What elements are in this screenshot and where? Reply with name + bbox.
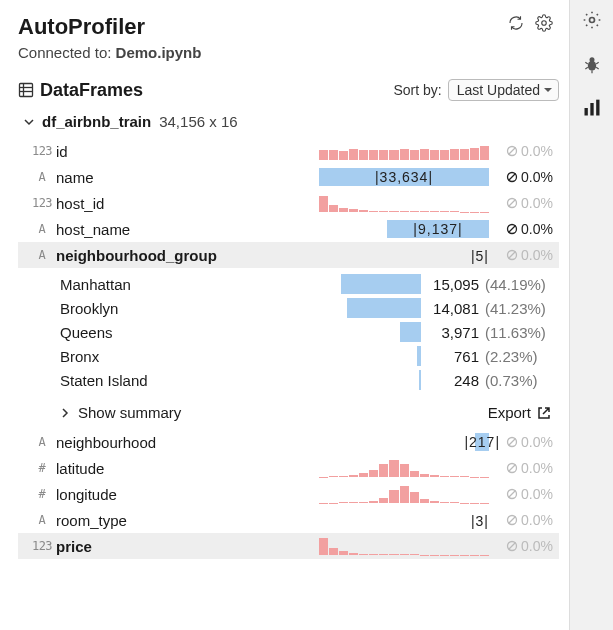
- null-pct: 0.0%: [489, 221, 559, 237]
- value-count: 15,095: [425, 276, 485, 293]
- value-label: Manhattan: [60, 276, 341, 293]
- value-pct: (11.63%): [485, 324, 559, 341]
- app-title: AutoProfiler: [18, 14, 145, 40]
- value-pct: (41.23%): [485, 300, 559, 317]
- column-type: #: [28, 487, 56, 501]
- value-row[interactable]: Manhattan 15,095 (44.19%): [60, 272, 559, 296]
- chevron-right-icon: [60, 408, 70, 418]
- svg-line-12: [509, 226, 516, 233]
- column-row[interactable]: 123 id 0.0%: [18, 138, 559, 164]
- svg-point-0: [542, 21, 547, 26]
- svg-rect-28: [584, 108, 587, 116]
- svg-line-8: [509, 174, 516, 181]
- value-label: Bronx: [60, 348, 341, 365]
- chevron-down-icon: [24, 117, 34, 127]
- column-name: id: [56, 143, 319, 160]
- null-pct: 0.0%: [489, 143, 559, 159]
- column-name: host_id: [56, 195, 319, 212]
- column-type: A: [28, 248, 56, 262]
- svg-line-24: [509, 543, 516, 550]
- svg-point-27: [589, 57, 594, 62]
- column-type: 123: [28, 196, 56, 210]
- column-name: longitude: [56, 486, 319, 503]
- column-name: neighbourhood: [56, 434, 319, 451]
- column-type: 123: [28, 144, 56, 158]
- svg-line-16: [509, 439, 516, 446]
- dataframe-shape: 34,156 x 16: [159, 113, 237, 130]
- svg-line-20: [509, 491, 516, 498]
- value-bar: [347, 298, 421, 318]
- value-bar: [419, 370, 421, 390]
- column-name: room_type: [56, 512, 319, 529]
- svg-line-6: [509, 148, 516, 155]
- gear-icon[interactable]: [535, 14, 553, 32]
- value-row[interactable]: Bronx 761 (2.23%): [60, 344, 559, 368]
- column-row[interactable]: A room_type |3| 0.0%: [18, 507, 559, 533]
- right-sidebar: [569, 0, 613, 630]
- show-summary-button[interactable]: Show summary: [60, 404, 181, 421]
- column-type: A: [28, 222, 56, 236]
- external-link-icon: [537, 406, 551, 420]
- value-bar: [400, 322, 421, 342]
- value-label: Staten Island: [60, 372, 341, 389]
- column-row[interactable]: A neighbourhood |217| 0.0%: [18, 429, 559, 455]
- bug-tab-icon[interactable]: [582, 54, 602, 74]
- value-count: 3,971: [425, 324, 485, 341]
- svg-line-10: [509, 200, 516, 207]
- chart-tab-icon[interactable]: [582, 98, 602, 118]
- svg-rect-30: [596, 100, 599, 116]
- value-row[interactable]: Queens 3,971 (11.63%): [60, 320, 559, 344]
- value-count: 761: [425, 348, 485, 365]
- column-type: 123: [28, 539, 56, 553]
- null-pct: 0.0%: [489, 486, 559, 502]
- null-pct: 0.0%: [489, 460, 559, 476]
- column-row[interactable]: 123 price 0.0%: [18, 533, 559, 559]
- null-pct: 0.0%: [489, 169, 559, 185]
- svg-rect-29: [590, 103, 593, 116]
- value-row[interactable]: Brooklyn 14,081 (41.23%): [60, 296, 559, 320]
- column-name: name: [56, 169, 319, 186]
- value-bar: [341, 274, 421, 294]
- null-pct: 0.0%: [489, 538, 559, 554]
- svg-line-14: [509, 252, 516, 259]
- refresh-icon[interactable]: [507, 14, 525, 32]
- null-pct: 0.0%: [489, 247, 559, 263]
- svg-point-25: [589, 18, 594, 23]
- column-name: latitude: [56, 460, 319, 477]
- column-type: A: [28, 435, 56, 449]
- column-type: #: [28, 461, 56, 475]
- column-name: neighbourhood_group: [56, 247, 319, 264]
- column-row[interactable]: # longitude 0.0%: [18, 481, 559, 507]
- column-row[interactable]: A neighbourhood_group |5| 0.0%: [18, 242, 559, 268]
- svg-line-22: [509, 517, 516, 524]
- null-pct: 0.0%: [489, 195, 559, 211]
- dataframe-row[interactable]: df_airbnb_train 34,156 x 16: [18, 111, 559, 138]
- column-row[interactable]: # latitude 0.0%: [18, 455, 559, 481]
- column-row[interactable]: 123 host_id 0.0%: [18, 190, 559, 216]
- column-row[interactable]: A host_name |9,137| 0.0%: [18, 216, 559, 242]
- value-pct: (44.19%): [485, 276, 559, 293]
- column-row[interactable]: A name |33,634| 0.0%: [18, 164, 559, 190]
- value-label: Queens: [60, 324, 341, 341]
- svg-rect-1: [20, 84, 33, 97]
- value-count: 248: [425, 372, 485, 389]
- value-pct: (0.73%): [485, 372, 559, 389]
- svg-line-18: [509, 465, 516, 472]
- sort-select[interactable]: Last Updated: [448, 79, 559, 101]
- value-label: Brooklyn: [60, 300, 341, 317]
- export-button[interactable]: Export: [488, 404, 551, 421]
- section-title: DataFrames: [18, 80, 143, 101]
- dataframe-icon: [18, 82, 34, 98]
- value-row[interactable]: Staten Island 248 (0.73%): [60, 368, 559, 392]
- column-name: host_name: [56, 221, 319, 238]
- sort-label: Sort by:: [393, 82, 441, 98]
- null-pct: 0.0%: [489, 512, 559, 528]
- connection-status: Connected to: Demo.ipynb: [18, 44, 559, 61]
- value-pct: (2.23%): [485, 348, 559, 365]
- column-name: price: [56, 538, 319, 555]
- settings-tab-icon[interactable]: [582, 10, 602, 30]
- column-type: A: [28, 513, 56, 527]
- dataframe-name: df_airbnb_train: [42, 113, 151, 130]
- value-bar: [417, 346, 421, 366]
- column-type: A: [28, 170, 56, 184]
